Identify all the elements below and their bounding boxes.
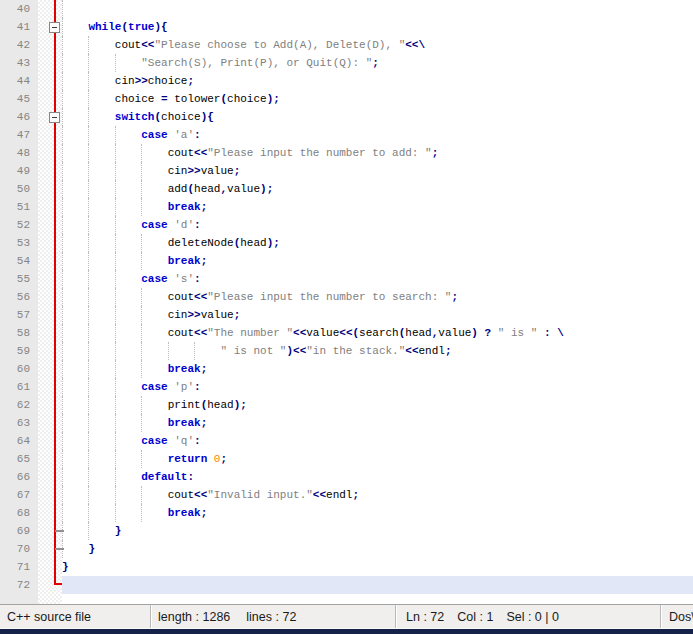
line-number: 65 (0, 450, 30, 468)
code-line[interactable]: 52 case 'd': (0, 216, 693, 234)
code-token: switch (115, 111, 155, 123)
indent-spaces (62, 543, 88, 555)
indent-spaces (62, 183, 168, 195)
code-token: value (201, 309, 234, 321)
code-line[interactable]: 63 break; (0, 414, 693, 432)
code-token: " is not " (220, 345, 286, 357)
line-number: 64 (0, 432, 30, 450)
code-token: deleteNode (168, 237, 234, 249)
code-token: 'a' (174, 129, 194, 141)
code-line[interactable]: 41 while(true){ (0, 18, 693, 36)
code-token: print (168, 399, 201, 411)
code-token: 's' (174, 273, 194, 285)
code-line[interactable]: 55 case 's': (0, 270, 693, 288)
code-line[interactable]: 57 cin>>value; (0, 306, 693, 324)
code-line[interactable]: 70 } (0, 540, 693, 558)
line-number: 45 (0, 90, 30, 108)
code-line[interactable]: 71} (0, 558, 693, 576)
code-text: " is not ")<<"in the stack."<<endl; (62, 342, 452, 360)
code-token: "in the stack." (306, 345, 405, 357)
code-token: 'd' (174, 219, 194, 231)
code-token: : (194, 273, 201, 285)
code-editor[interactable]: 40 41 while(true){42 cout<<"Please choos… (0, 0, 693, 604)
indent-spaces (62, 453, 168, 465)
code-token: "Please choose to Add(A), Delete(D), " (154, 39, 405, 51)
code-line[interactable]: 40 (0, 0, 693, 18)
fold-minus-icon (52, 117, 57, 118)
code-line[interactable]: 68 break; (0, 504, 693, 522)
code-token: ; (445, 345, 452, 357)
code-token: value (201, 165, 234, 177)
code-line[interactable]: 61 case 'p': (0, 378, 693, 396)
code-token: : (194, 435, 201, 447)
indent-spaces (62, 435, 141, 447)
code-line[interactable]: 72 (0, 576, 693, 594)
code-token: cout (168, 327, 194, 339)
code-line[interactable]: 66 default: (0, 468, 693, 486)
code-line[interactable]: 51 break; (0, 198, 693, 216)
code-line[interactable]: 56 cout<<"Please input the number to sea… (0, 288, 693, 306)
status-eol-format: Dos\W (669, 610, 693, 624)
code-token: ; (201, 507, 208, 519)
code-line[interactable]: 67 cout<<"Invalid input."<<endl; (0, 486, 693, 504)
code-token: ; (220, 453, 227, 465)
code-line[interactable]: 58 cout<<"The number "<<value<<(search(h… (0, 324, 693, 342)
line-number: 51 (0, 198, 30, 216)
line-number: 50 (0, 180, 30, 198)
code-token: cin (168, 165, 188, 177)
code-text: deleteNode(head); (62, 234, 280, 252)
code-line[interactable]: 49 cin>>value; (0, 162, 693, 180)
code-token: choice (115, 93, 155, 105)
code-line[interactable]: 60 break; (0, 360, 693, 378)
code-line[interactable]: 59 " is not ")<<"in the stack."<<endl; (0, 342, 693, 360)
status-selection: Sel : 0 | 0 (506, 610, 559, 624)
code-text: case 'p': (62, 378, 201, 396)
code-token: "Please input the number to search: " (207, 291, 451, 303)
code-line[interactable]: 69 } (0, 522, 693, 540)
code-token: break (168, 417, 201, 429)
code-token (478, 327, 485, 339)
code-token: ; (201, 201, 208, 213)
code-token: : (194, 129, 201, 141)
code-text: break; (62, 198, 207, 216)
code-token: choice (227, 93, 267, 105)
code-line[interactable]: 54 break; (0, 252, 693, 270)
code-line[interactable]: 43 "Search(S), Print(P), or Quit(Q): "; (0, 54, 693, 72)
code-line[interactable]: 50 add(head,value); (0, 180, 693, 198)
code-line[interactable]: 65 return 0; (0, 450, 693, 468)
code-token: } (88, 543, 95, 555)
code-line[interactable]: 64 case 'q': (0, 432, 693, 450)
code-token: )<< (286, 345, 306, 357)
code-line[interactable]: 45 choice = tolower(choice); (0, 90, 693, 108)
indent-spaces (62, 201, 168, 213)
code-line[interactable]: 53 deleteNode(head); (0, 234, 693, 252)
status-eol-cell: Dos\W (660, 605, 693, 628)
line-number: 66 (0, 468, 30, 486)
code-token: >> (187, 309, 200, 321)
code-line[interactable]: 44 cin>>choice; (0, 72, 693, 90)
code-text: while(true){ (62, 18, 168, 36)
fold-collapse-button[interactable] (49, 22, 60, 33)
code-text: break; (62, 414, 207, 432)
indent-spaces (62, 417, 168, 429)
code-token: value (306, 327, 339, 339)
indent-spaces (62, 273, 141, 285)
code-token: choice (148, 75, 188, 87)
indent-spaces (62, 237, 168, 249)
code-line[interactable]: 46 switch(choice){ (0, 108, 693, 126)
code-token: cin (168, 309, 188, 321)
code-line[interactable]: 48 cout<<"Please input the number to add… (0, 144, 693, 162)
code-token: choice (161, 111, 201, 123)
taskbar-edge (0, 629, 693, 634)
code-line[interactable]: 47 case 'a': (0, 126, 693, 144)
code-line[interactable]: 62 print(head); (0, 396, 693, 414)
fold-collapse-button[interactable] (49, 112, 60, 123)
indent-spaces (62, 57, 141, 69)
indent-spaces (62, 111, 115, 123)
status-cursor-cell: Ln : 72 Col : 1 Sel : 0 | 0 (395, 605, 660, 628)
code-line[interactable]: 42 cout<<"Please choose to Add(A), Delet… (0, 36, 693, 54)
code-token: search (359, 327, 399, 339)
line-number: 63 (0, 414, 30, 432)
status-column-number: Col : 1 (457, 610, 493, 624)
code-token: = (154, 93, 174, 105)
